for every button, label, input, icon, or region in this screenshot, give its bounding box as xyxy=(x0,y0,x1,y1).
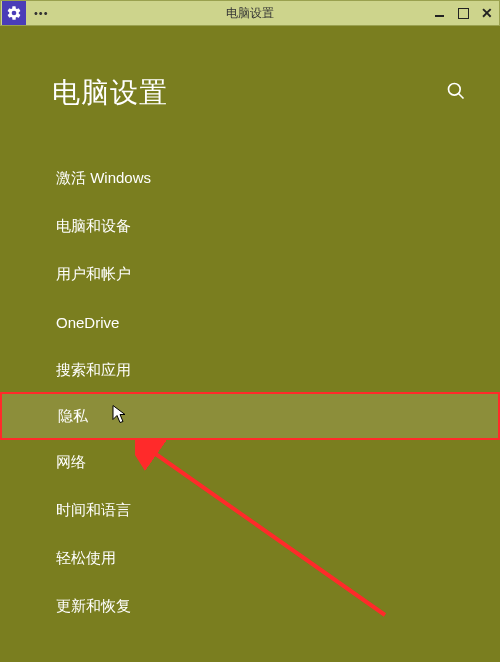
search-icon xyxy=(446,81,466,101)
menu-item-label: 搜索和应用 xyxy=(56,361,131,380)
menu-item-activate-windows[interactable]: 激活 Windows xyxy=(0,154,500,202)
window-controls: ✕ xyxy=(427,1,499,25)
gear-icon xyxy=(6,5,22,21)
menu-item-label: 更新和恢复 xyxy=(56,597,131,616)
page-header: 电脑设置 xyxy=(0,26,500,112)
close-button[interactable]: ✕ xyxy=(475,1,499,25)
menu-item-search-apps[interactable]: 搜索和应用 xyxy=(0,346,500,394)
menu-item-label: 电脑和设备 xyxy=(56,217,131,236)
window-titlebar: ••• 电脑设置 ✕ xyxy=(0,0,500,26)
content-area: 电脑设置 激活 Windows 电脑和设备 用户和帐户 OneDrive 搜索和… xyxy=(0,26,500,630)
search-button[interactable] xyxy=(446,81,466,105)
mouse-cursor-icon xyxy=(112,405,128,428)
menu-item-label: 隐私 xyxy=(58,407,88,426)
page-title: 电脑设置 xyxy=(52,74,168,112)
menu-item-label: 网络 xyxy=(56,453,86,472)
menu-item-ease-of-access[interactable]: 轻松使用 xyxy=(0,534,500,582)
menu-item-privacy[interactable]: 隐私 xyxy=(0,392,500,440)
minimize-button[interactable] xyxy=(427,1,451,25)
menu-item-time-language[interactable]: 时间和语言 xyxy=(0,486,500,534)
menu-item-label: 轻松使用 xyxy=(56,549,116,568)
window-title: 电脑设置 xyxy=(226,5,274,22)
menu-item-pc-and-devices[interactable]: 电脑和设备 xyxy=(0,202,500,250)
menu-item-onedrive[interactable]: OneDrive xyxy=(0,298,500,346)
menu-item-label: 用户和帐户 xyxy=(56,265,131,284)
menu-item-label: 时间和语言 xyxy=(56,501,131,520)
app-icon xyxy=(2,1,26,25)
menu-item-label: 激活 Windows xyxy=(56,169,151,188)
menu-item-network[interactable]: 网络 xyxy=(0,438,500,486)
settings-menu: 激活 Windows 电脑和设备 用户和帐户 OneDrive 搜索和应用 隐私… xyxy=(0,154,500,630)
menu-item-update-recovery[interactable]: 更新和恢复 xyxy=(0,582,500,630)
svg-point-0 xyxy=(449,84,461,96)
maximize-button[interactable] xyxy=(451,1,475,25)
titlebar-dots[interactable]: ••• xyxy=(34,7,49,19)
menu-item-label: OneDrive xyxy=(56,314,119,331)
svg-line-1 xyxy=(459,94,464,99)
menu-item-users-accounts[interactable]: 用户和帐户 xyxy=(0,250,500,298)
